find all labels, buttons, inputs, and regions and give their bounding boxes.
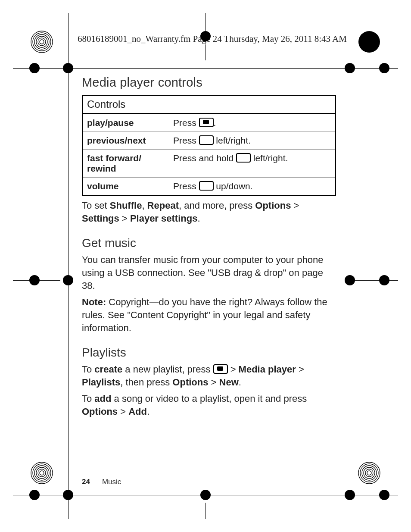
registration-mark-icon	[30, 461, 53, 485]
text: .	[214, 118, 216, 128]
text-bold: Options	[172, 377, 208, 388]
crop-line	[68, 13, 68, 519]
control-label: previous/next	[82, 132, 169, 150]
text-bold: Media player	[239, 364, 296, 375]
text: .	[197, 213, 200, 224]
registration-dot-icon	[379, 63, 389, 73]
page-number: 24	[82, 478, 90, 486]
control-label: fast forward/ rewind	[82, 150, 169, 178]
text: >	[119, 213, 130, 224]
text: >	[228, 364, 239, 375]
text: , then press	[120, 377, 172, 388]
control-label: volume	[82, 178, 169, 196]
table-row: fast forward/ rewind Press and hold left…	[82, 150, 336, 178]
playlist-create-paragraph: To create a new playlist, press > Media …	[82, 363, 336, 389]
nav-key-icon	[236, 153, 251, 163]
table-row: volume Press up/down.	[82, 178, 336, 196]
control-description: Press and hold left/right.	[169, 150, 336, 178]
heading-get-music: Get music	[82, 236, 336, 250]
text: .	[147, 406, 149, 417]
text-bold: Settings	[82, 213, 119, 224]
svg-point-17	[365, 469, 373, 477]
heading-playlists: Playlists	[82, 346, 336, 360]
text: To	[82, 364, 94, 375]
text: Copyright—do you have the right? Always …	[82, 297, 327, 333]
text: up/down.	[214, 181, 253, 191]
controls-table: Controls play/pause Press . previous/nex…	[82, 95, 336, 196]
svg-point-6	[358, 31, 380, 53]
text: >	[291, 200, 299, 211]
chapter-name: Music	[102, 478, 121, 486]
text-bold: create	[94, 364, 122, 375]
center-key-icon	[199, 118, 214, 127]
control-label: play/pause	[82, 114, 169, 132]
svg-point-18	[367, 471, 371, 475]
controls-table-title: Controls	[82, 95, 336, 114]
registration-dot-icon	[345, 275, 355, 285]
text: To	[82, 393, 94, 404]
registration-dot-icon	[200, 490, 211, 500]
shuffle-repeat-paragraph: To set Shuffle, Repeat, and more, press …	[82, 199, 336, 225]
registration-dot-icon	[63, 490, 73, 500]
text: >	[118, 406, 128, 417]
registration-dot-icon	[379, 490, 389, 500]
text-bold: New	[219, 377, 239, 388]
text-bold: Player settings	[130, 213, 198, 224]
registration-dot-icon	[63, 275, 73, 285]
running-header: 68016189001_no_Warranty.fm Page 24 Thurs…	[77, 34, 348, 44]
note-label: Note:	[82, 297, 106, 307]
nav-key-icon	[199, 135, 214, 145]
text: To set	[82, 200, 110, 211]
table-row: previous/next Press left/right.	[82, 132, 336, 150]
registration-dot-icon	[29, 63, 40, 73]
registration-dot-icon	[200, 31, 211, 41]
page-footer: 24Music	[82, 478, 121, 486]
registration-dot-icon	[345, 490, 355, 500]
registration-dot-icon	[379, 275, 389, 285]
text: , and more, press	[179, 200, 255, 211]
crop-line	[206, 503, 206, 519]
get-music-paragraph: You can transfer music from your compute…	[82, 253, 336, 292]
control-description: Press .	[169, 114, 336, 132]
svg-point-2	[34, 34, 49, 49]
registration-dot-icon	[29, 490, 40, 500]
control-description: Press up/down.	[169, 178, 336, 196]
text-bold: Options	[82, 406, 118, 417]
copyright-note-paragraph: Note: Copyright—do you have the right? A…	[82, 296, 336, 335]
text: left/right.	[251, 153, 288, 163]
crop-line	[350, 280, 398, 281]
text: >	[208, 377, 219, 388]
text: Press	[173, 181, 199, 191]
text: a new playlist, press	[122, 364, 213, 375]
nav-key-icon	[199, 181, 214, 191]
registration-dot-icon	[345, 63, 355, 73]
playlist-add-paragraph: To add a song or video to a playlist, op…	[82, 392, 336, 418]
svg-point-12	[40, 471, 44, 475]
heading-media-player-controls: Media player controls	[82, 75, 336, 90]
text-bold: Repeat	[147, 200, 179, 211]
svg-point-8	[33, 464, 51, 482]
text: a song or video to a playlist, open it a…	[111, 393, 307, 404]
svg-point-15	[362, 466, 377, 480]
svg-point-14	[360, 464, 378, 482]
svg-point-5	[40, 40, 44, 44]
registration-mark-icon	[30, 30, 53, 53]
svg-point-9	[34, 466, 49, 480]
registration-mark-icon	[358, 30, 381, 53]
crop-line	[350, 13, 350, 519]
text-bold: add	[94, 393, 111, 404]
text: >	[296, 364, 304, 375]
text: Press and hold	[173, 153, 236, 163]
text-bold: Add	[128, 406, 147, 417]
registration-dot-icon	[63, 63, 73, 73]
svg-point-1	[33, 33, 51, 51]
text-bold: Shuffle	[110, 200, 142, 211]
svg-point-11	[38, 469, 46, 477]
text: .	[239, 377, 241, 388]
table-row: play/pause Press .	[82, 114, 336, 132]
svg-point-4	[38, 38, 46, 46]
registration-mark-icon	[358, 461, 381, 485]
center-key-icon	[213, 364, 228, 374]
text: Press	[173, 135, 199, 145]
control-description: Press left/right.	[169, 132, 336, 150]
